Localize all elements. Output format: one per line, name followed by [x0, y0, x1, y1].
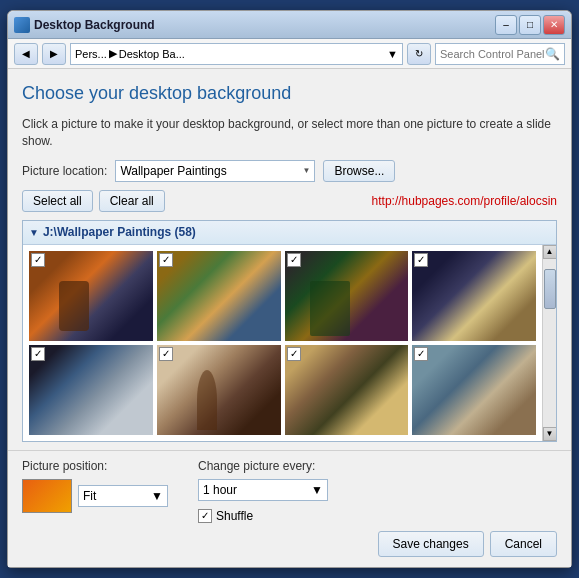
- scroll-track: [543, 259, 557, 427]
- main-content: Choose your desktop background Click a p…: [8, 69, 571, 450]
- gallery-grid: ✓ ✓ ✓ ✓ ✓ ✓: [23, 245, 542, 441]
- gallery-item[interactable]: ✓: [285, 345, 409, 435]
- picture-position-label: Picture position:: [22, 459, 168, 473]
- picture-position-section: Picture position: Fit ▼: [22, 459, 168, 523]
- gallery-item-checkbox[interactable]: ✓: [287, 347, 301, 361]
- select-all-button[interactable]: Select all: [22, 190, 93, 212]
- window-icon: [14, 17, 30, 33]
- search-input[interactable]: [440, 48, 545, 60]
- bottom-section: Picture position: Fit ▼ Change picture e…: [8, 450, 571, 567]
- path-sep-icon: ▶: [109, 47, 117, 60]
- gallery-header: ▼ J:\Wallpaper Paintings (58): [23, 221, 556, 245]
- gallery-item[interactable]: ✓: [157, 345, 281, 435]
- title-bar: Desktop Background – □ ✕: [8, 11, 571, 39]
- bottom-buttons: Save changes Cancel: [22, 531, 557, 557]
- gallery-scrollbar: ▲ ▼: [542, 245, 556, 441]
- interval-value: 1 hour: [203, 483, 237, 497]
- interval-dropdown-arrow: ▼: [311, 483, 323, 497]
- title-buttons: – □ ✕: [495, 15, 565, 35]
- picture-location-row: Picture location: Wallpaper Paintings ▼ …: [22, 160, 557, 182]
- gallery-item-checkbox[interactable]: ✓: [159, 253, 173, 267]
- cancel-button[interactable]: Cancel: [490, 531, 557, 557]
- gallery-item-checkbox[interactable]: ✓: [414, 253, 428, 267]
- picture-location-dropdown-arrow: ▼: [302, 166, 310, 175]
- scroll-up-button[interactable]: ▲: [543, 245, 557, 259]
- picture-location-dropdown[interactable]: Wallpaper Paintings ▼: [115, 160, 315, 182]
- picture-location-label: Picture location:: [22, 164, 107, 178]
- maximize-button[interactable]: □: [519, 15, 541, 35]
- search-box: 🔍: [435, 43, 565, 65]
- gallery-container: ▼ J:\Wallpaper Paintings (58) ✓ ✓ ✓ ✓: [22, 220, 557, 442]
- gallery-item[interactable]: ✓: [285, 251, 409, 341]
- gallery-wrapper: ✓ ✓ ✓ ✓ ✓ ✓: [23, 245, 556, 441]
- change-interval-row: 1 hour ▼: [198, 479, 328, 501]
- gallery-title: J:\Wallpaper Paintings (58): [43, 225, 196, 239]
- scroll-thumb[interactable]: [544, 269, 556, 309]
- bottom-row1: Picture position: Fit ▼ Change picture e…: [22, 459, 557, 523]
- change-picture-label: Change picture every:: [198, 459, 328, 473]
- clear-all-button[interactable]: Clear all: [99, 190, 165, 212]
- gallery-item[interactable]: ✓: [412, 251, 536, 341]
- forward-button[interactable]: ▶: [42, 43, 66, 65]
- gallery-item[interactable]: ✓: [157, 251, 281, 341]
- search-icon: 🔍: [545, 47, 560, 61]
- picture-position-preview: [22, 479, 72, 513]
- gallery-item[interactable]: ✓: [412, 345, 536, 435]
- path-part-2: Desktop Ba...: [119, 48, 185, 60]
- gallery-item[interactable]: ✓: [29, 345, 153, 435]
- address-bar: ◀ ▶ Pers... ▶ Desktop Ba... ▼ ↻ 🔍: [8, 39, 571, 69]
- close-button[interactable]: ✕: [543, 15, 565, 35]
- change-picture-section: Change picture every: 1 hour ▼ ✓ Shuffle: [198, 459, 328, 523]
- picture-location-value: Wallpaper Paintings: [120, 164, 226, 178]
- gallery-item[interactable]: ✓: [29, 251, 153, 341]
- interval-dropdown[interactable]: 1 hour ▼: [198, 479, 328, 501]
- path-part-1: Pers...: [75, 48, 107, 60]
- refresh-button[interactable]: ↻: [407, 43, 431, 65]
- picture-position-control: Fit ▼: [22, 479, 168, 513]
- shuffle-label: Shuffle: [216, 509, 253, 523]
- gallery-item-checkbox[interactable]: ✓: [31, 347, 45, 361]
- save-changes-button[interactable]: Save changes: [378, 531, 484, 557]
- window-title: Desktop Background: [34, 18, 155, 32]
- gallery-item-checkbox[interactable]: ✓: [159, 347, 173, 361]
- desktop-background-window: Desktop Background – □ ✕ ◀ ▶ Pers... ▶ D…: [7, 10, 572, 568]
- gallery-item-checkbox[interactable]: ✓: [414, 347, 428, 361]
- fit-dropdown[interactable]: Fit ▼: [78, 485, 168, 507]
- path-dropdown-arrow: ▼: [387, 48, 398, 60]
- minimize-button[interactable]: –: [495, 15, 517, 35]
- gallery-item-checkbox[interactable]: ✓: [287, 253, 301, 267]
- browse-button[interactable]: Browse...: [323, 160, 395, 182]
- hubpages-link[interactable]: http://hubpages.com/profile/alocsin: [372, 194, 557, 208]
- title-bar-left: Desktop Background: [14, 17, 155, 33]
- scroll-down-button[interactable]: ▼: [543, 427, 557, 441]
- fit-dropdown-arrow: ▼: [151, 489, 163, 503]
- address-path[interactable]: Pers... ▶ Desktop Ba... ▼: [70, 43, 403, 65]
- select-clear-row: Select all Clear all http://hubpages.com…: [22, 190, 557, 212]
- shuffle-row: ✓ Shuffle: [198, 509, 328, 523]
- gallery-item-checkbox[interactable]: ✓: [31, 253, 45, 267]
- back-button[interactable]: ◀: [14, 43, 38, 65]
- shuffle-checkbox[interactable]: ✓: [198, 509, 212, 523]
- gallery-header-icon: ▼: [29, 227, 39, 238]
- page-description: Click a picture to make it your desktop …: [22, 116, 557, 150]
- fit-value: Fit: [83, 489, 96, 503]
- page-title: Choose your desktop background: [22, 83, 557, 104]
